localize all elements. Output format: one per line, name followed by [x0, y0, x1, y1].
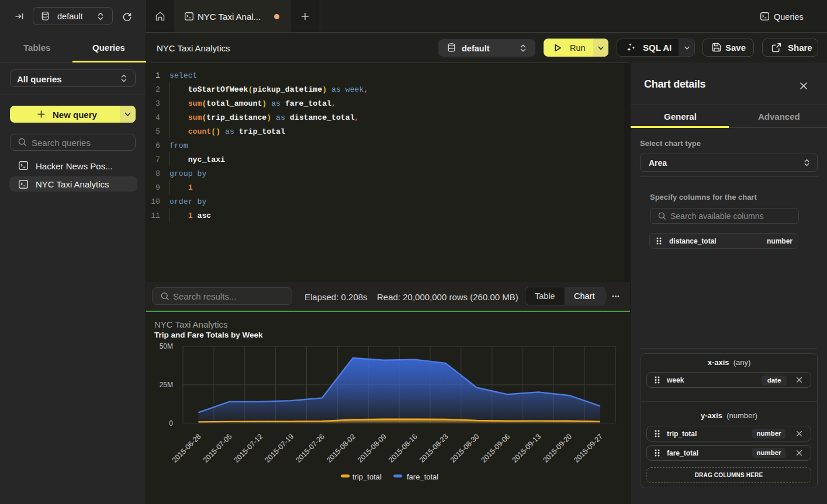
svg-text:2015-07-12: 2015-07-12: [233, 432, 265, 464]
svg-text:2015-07-19: 2015-07-19: [263, 432, 295, 464]
svg-text:2015-07-05: 2015-07-05: [202, 432, 234, 464]
svg-text:fare_total: fare_total: [407, 472, 438, 481]
svg-text:2015-07-26: 2015-07-26: [294, 432, 326, 464]
svg-text:0: 0: [169, 419, 173, 427]
svg-text:trip_total: trip_total: [352, 472, 382, 481]
svg-text:2015-08-09: 2015-08-09: [356, 432, 388, 464]
svg-text:2015-08-23: 2015-08-23: [418, 432, 450, 464]
svg-text:2015-09-06: 2015-09-06: [480, 432, 512, 464]
svg-text:2015-09-13: 2015-09-13: [510, 432, 542, 464]
svg-text:2015-08-16: 2015-08-16: [387, 432, 419, 464]
svg-text:2015-08-30: 2015-08-30: [449, 432, 481, 464]
svg-text:25M: 25M: [160, 381, 173, 389]
svg-text:2015-09-27: 2015-09-27: [572, 432, 604, 464]
svg-text:2015-06-28: 2015-06-28: [171, 432, 203, 464]
svg-text:2015-08-02: 2015-08-02: [325, 432, 357, 464]
svg-text:50M: 50M: [160, 342, 173, 350]
svg-text:2015-09-20: 2015-09-20: [541, 432, 573, 464]
